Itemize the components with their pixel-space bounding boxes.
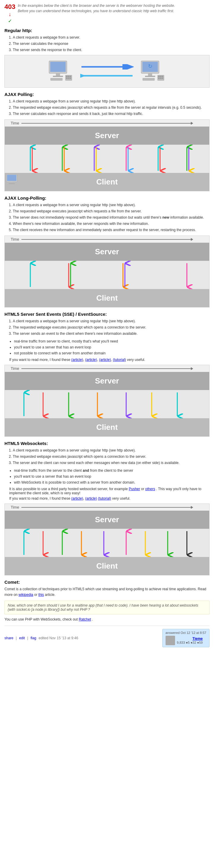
edited-text: edited Nov 15 '13 at 9:46: [39, 636, 78, 640]
comet-section: Comet: Comet is a collection of techniqu…: [4, 580, 210, 598]
svg-text:↻: ↻: [148, 63, 152, 69]
svg-rect-4: [51, 78, 62, 81]
pusher-link[interactable]: Pusher: [129, 487, 140, 491]
user-name-link[interactable]: Tieme: [193, 637, 203, 641]
ajax-polling-step-1: A client requests a webpage from a serve…: [13, 99, 210, 104]
polling-signals: [5, 145, 209, 173]
long-poll-step-1: A client requests a webpage from a serve…: [13, 202, 210, 208]
sse-signals: [5, 390, 209, 418]
ajax-polling-section: AJAX Polling: A client requests a webpag…: [4, 92, 210, 191]
ajax-polling-step-3: The server calculates each response and …: [13, 111, 210, 117]
sse-article-link-1[interactable]: (article): [71, 358, 83, 362]
svg-rect-6: [66, 76, 67, 77]
ws-read-more: If you want to read more, I found these …: [9, 496, 210, 500]
sse-bullet-1: real-time traffic from server to client,…: [14, 339, 210, 344]
svg-rect-22: [160, 76, 161, 77]
websockets-bullets: real-time traffic from the server to the…: [4, 468, 210, 485]
client-label-4: Client: [5, 557, 209, 575]
websockets-section: HTML5 Websockets: A client requests a we…: [4, 441, 210, 576]
sse-step-3: The server sends an event to the client …: [13, 331, 210, 336]
long-poll-step-2: The requested webpage executes javascrip…: [13, 209, 210, 214]
time-label-4: Time: [11, 505, 19, 509]
user-stats: 9,833 ●5 ●32 ●59: [177, 641, 203, 644]
svg-rect-1: [50, 62, 66, 72]
http-diagram: ↻: [4, 55, 210, 88]
share-link[interactable]: share: [4, 636, 13, 640]
svg-rect-18: [145, 76, 155, 77]
ajax-polling-steps: A client requests a webpage from a serve…: [4, 99, 210, 117]
long-poll-step-5: The client receives the new information …: [13, 227, 210, 232]
sse-steps: A client requests a webpage from a serve…: [4, 318, 210, 336]
server-computer-svg: ↻: [140, 59, 166, 83]
user-avatar: [165, 636, 175, 645]
sse-bullet-3: not possible to connect with a server fr…: [14, 350, 210, 356]
error-code: 403: [4, 3, 16, 11]
time-label-2: Time: [11, 237, 19, 242]
svg-rect-26: [162, 78, 163, 79]
svg-rect-40: [7, 175, 17, 181]
time-label-1: Time: [11, 121, 19, 125]
this-article-link[interactable]: this: [38, 593, 44, 597]
svg-rect-9: [66, 78, 67, 79]
sse-step-1: A client requests a webpage from a serve…: [13, 318, 210, 324]
polling-client-pc: [5, 172, 22, 189]
svg-rect-23: [162, 76, 163, 77]
comet-heading: Comet:: [4, 580, 210, 585]
svg-rect-19: [143, 78, 155, 81]
client-label-3: Client: [5, 418, 209, 436]
ws-article-link-1[interactable]: (article): [71, 496, 83, 500]
long-polling-diagram: Time Server: [4, 236, 210, 307]
ajax-polling-diagram: Time Server: [4, 119, 210, 191]
ws-article-link-2[interactable]: (article): [85, 496, 97, 500]
long-poll-new-bold: new: [162, 215, 169, 219]
regular-http-section: Regular http: A client requests a webpag…: [4, 28, 210, 88]
sse-read-more: If you want to read more, I found these …: [9, 358, 210, 362]
sse-tutorial-link[interactable]: (tutorial): [113, 358, 126, 362]
comet-text: Comet is a collection of techniques prio…: [4, 586, 210, 598]
edit-link[interactable]: edit: [19, 636, 25, 640]
svg-rect-8: [69, 76, 71, 77]
svg-rect-24: [158, 78, 160, 79]
answered-box: answered Oct 12 '12 at 8:57 Tieme 9,833 …: [162, 629, 210, 647]
ajax-polling-heading: AJAX Polling:: [4, 92, 210, 97]
regular-http-step-3: The server sends the response to the cli…: [13, 47, 210, 53]
sse-step-2: The requested webpage executes javascrip…: [13, 325, 210, 330]
ajax-long-polling-steps: A client requests a webpage from a serve…: [4, 202, 210, 232]
arrow-left-icon: [80, 73, 134, 79]
client-label-2: Client: [5, 289, 209, 307]
sse-article-link-3[interactable]: (article): [99, 358, 111, 362]
time-label-3: Time: [11, 366, 19, 371]
ws-step-1: A client requests a webpage from a serve…: [13, 448, 210, 453]
svg-rect-21: [158, 76, 160, 77]
wikipedia-link[interactable]: wikipedia: [19, 593, 33, 597]
footer-bar: share | edit | flag edited Nov 15 '13 at…: [4, 626, 210, 647]
svg-rect-10: [68, 78, 69, 79]
intro-text: Before you can understand these technolo…: [18, 8, 175, 14]
long-poll-step-4: When there's new information available, …: [13, 221, 210, 226]
sse-diagram: Time Server: [4, 365, 210, 437]
php-websockets-text: You can use PHP with WebSockets, check o…: [4, 617, 210, 621]
server-label-3: Server: [5, 372, 209, 390]
svg-rect-3: [53, 76, 63, 77]
ws-step-3: The server and the client can now send e…: [13, 460, 210, 465]
answered-label: answered Oct 12 '12 at 8:57: [165, 631, 206, 634]
question-text: Now, which one of them should I use for …: [8, 603, 206, 612]
svg-rect-43: [7, 185, 14, 186]
ajax-polling-step-2: The requested webpage executes javascrip…: [13, 105, 210, 110]
sse-section: HTML5 Server Sent Events (SSE) / EventSo…: [4, 312, 210, 437]
question-box: Now, which one of them should I use for …: [4, 601, 210, 614]
ws-tutorial-link[interactable]: (tutorial): [98, 496, 111, 500]
sse-bullet-2: you'll want to use a server that has an …: [14, 345, 210, 350]
sse-bullets: real-time traffic from server to client,…: [4, 339, 210, 356]
websockets-steps: A client requests a webpage from a serve…: [4, 448, 210, 465]
regular-http-step-2: The server calculates the response: [13, 41, 210, 46]
svg-rect-41: [10, 182, 13, 183]
flag-link[interactable]: flag: [31, 636, 36, 640]
ratchet-link[interactable]: Ratchet: [79, 617, 91, 621]
server-label-2: Server: [5, 243, 209, 261]
others-link[interactable]: others: [145, 487, 155, 491]
top-notice: In the examples below the client is the …: [18, 3, 175, 8]
ws-bullet-1: real-time traffic from the server to the…: [14, 468, 210, 473]
sse-article-link-2[interactable]: (article): [85, 358, 97, 362]
arrow-right-icon: [80, 64, 134, 69]
